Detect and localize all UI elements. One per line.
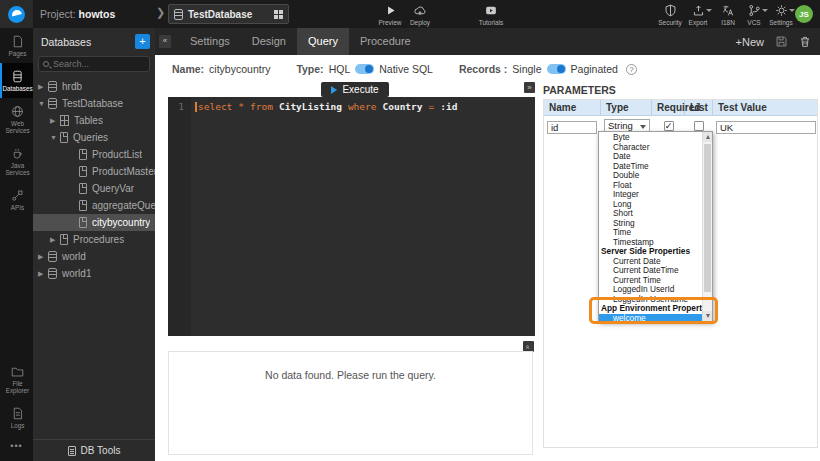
rail-label: Logs xyxy=(11,422,25,429)
dropdown-option[interactable]: App Environment Properties xyxy=(599,304,702,314)
records-option-paginated[interactable]: Paginated xyxy=(571,63,618,75)
scrollbar-thumb[interactable] xyxy=(704,144,711,292)
list-checkbox[interactable] xyxy=(694,121,704,131)
help-icon[interactable]: ? xyxy=(626,64,637,75)
expander-icon[interactable] xyxy=(38,270,48,278)
type-option-hql[interactable]: HQL xyxy=(329,63,351,75)
dropdown-scrollbar[interactable] xyxy=(702,132,712,321)
expander-icon[interactable] xyxy=(38,83,48,91)
dropdown-option[interactable]: welcome xyxy=(599,314,702,324)
sql-editor[interactable]: 1 select * from CityListing where Countr… xyxy=(168,97,535,336)
scroll-down-icon[interactable] xyxy=(703,311,712,321)
rail-item-file-explorer[interactable]: File Explorer xyxy=(0,358,33,400)
dropdown-option[interactable]: Timestamp xyxy=(599,238,702,248)
sql-token: Country xyxy=(382,101,422,112)
database-selector[interactable]: TestDatabase xyxy=(168,4,289,24)
dropdown-option[interactable]: Byte xyxy=(599,133,702,143)
type-dropdown-list: Byte Character Date DateTime Double Floa… xyxy=(598,131,713,322)
topbar: Project:howtos ❯ TestDatabase Preview De… xyxy=(0,0,820,28)
dropdown-option[interactable]: Current Date xyxy=(599,257,702,267)
execute-button[interactable]: Execute xyxy=(321,82,389,97)
tree-node[interactable]: TestDatabase xyxy=(33,95,155,112)
tree-node[interactable]: Tables xyxy=(33,112,155,129)
dropdown-option[interactable]: Float xyxy=(599,181,702,191)
expander-icon[interactable] xyxy=(38,253,48,261)
dropdown-option[interactable]: String xyxy=(599,219,702,229)
tree-node[interactable]: citybycountry xyxy=(33,214,155,231)
search-input[interactable] xyxy=(53,59,141,69)
type-toggle[interactable] xyxy=(355,64,374,74)
dropdown-option[interactable]: DateTime xyxy=(599,162,702,172)
column-header-type: Type xyxy=(601,100,652,115)
dropdown-option[interactable]: LoggedIn UserId xyxy=(599,285,702,295)
dropdown-option[interactable]: Time xyxy=(599,228,702,238)
settings-button[interactable]: Settings xyxy=(763,4,799,26)
database-icon xyxy=(11,70,24,83)
dropdown-option[interactable]: Long xyxy=(599,200,702,210)
tree-node[interactable]: ProductMasterList xyxy=(33,163,155,180)
node-label: Tables xyxy=(74,115,103,126)
dropdown-option[interactable]: Current DateTime xyxy=(599,266,702,276)
switch-resource-grid-icon[interactable] xyxy=(274,10,283,19)
records-option-single[interactable]: Single xyxy=(512,63,541,75)
rail-item-apis[interactable]: APIs xyxy=(0,182,33,217)
rail-overflow-button[interactable]: ••• xyxy=(0,435,33,457)
tab[interactable]: Procedure xyxy=(349,28,422,55)
tree-node[interactable]: Queries xyxy=(33,129,155,146)
expander-icon[interactable] xyxy=(38,100,48,107)
dropdown-option[interactable]: Current Time xyxy=(599,276,702,286)
db-tools-label: DB Tools xyxy=(81,445,121,456)
db-tools-button[interactable]: DB Tools xyxy=(33,439,155,461)
rail-item-java-services[interactable]: Java Services xyxy=(0,140,33,182)
delete-icon[interactable] xyxy=(799,35,811,48)
dropdown-option[interactable]: LoggedIn Username xyxy=(599,295,702,305)
dropdown-option[interactable]: Double xyxy=(599,171,702,181)
param-type-value: String xyxy=(608,120,633,131)
deploy-button[interactable]: Deploy xyxy=(402,4,438,26)
dropdown-option[interactable]: Short xyxy=(599,209,702,219)
dropdown-option[interactable]: Integer xyxy=(599,190,702,200)
tab[interactable]: Design xyxy=(241,28,297,55)
results-placeholder: No data found. Please run the query. xyxy=(168,351,533,455)
param-name-input[interactable] xyxy=(547,121,597,134)
database-selector-label: TestDatabase xyxy=(188,9,269,20)
tab[interactable]: Settings xyxy=(179,28,241,55)
dropdown-option[interactable]: Character xyxy=(599,143,702,153)
preview-label: Preview xyxy=(378,19,401,26)
add-database-button[interactable]: + xyxy=(135,34,150,49)
expand-parameters-button[interactable]: » xyxy=(524,82,535,93)
rail-label: Databases xyxy=(2,85,32,92)
expander-icon[interactable] xyxy=(50,236,60,244)
tree-node[interactable]: world1 xyxy=(33,265,155,282)
records-toggle[interactable] xyxy=(547,64,566,74)
tree-node[interactable]: ProductList xyxy=(33,146,155,163)
scroll-up-icon[interactable] xyxy=(703,132,712,142)
rail-item-logs[interactable]: Logs xyxy=(0,400,33,435)
expander-icon[interactable] xyxy=(50,134,60,141)
user-avatar[interactable]: JS xyxy=(795,5,813,23)
explorer-search-box[interactable] xyxy=(38,56,150,72)
rail-item-pages[interactable]: Pages xyxy=(0,28,33,63)
rail-label: APIs xyxy=(11,204,24,211)
tutorials-button[interactable]: Tutorials xyxy=(473,4,509,26)
tree-node[interactable]: aggregateQuery xyxy=(33,197,155,214)
new-query-button[interactable]: +New xyxy=(736,36,764,48)
rail-item-databases[interactable]: Databases xyxy=(0,63,33,98)
tree-node[interactable]: world xyxy=(33,248,155,265)
app-logo[interactable] xyxy=(0,0,33,28)
tab[interactable]: Query xyxy=(297,28,349,55)
expander-icon[interactable] xyxy=(50,117,60,125)
tree-node[interactable]: Procedures xyxy=(33,231,155,248)
save-icon[interactable] xyxy=(775,35,788,48)
dropdown-option[interactable]: Server Side Properties xyxy=(599,247,702,257)
parameters-title: PARAMETERS xyxy=(543,84,616,96)
collapse-panel-button[interactable]: « xyxy=(159,35,171,48)
required-checkbox[interactable]: ✓ xyxy=(664,121,674,131)
type-option-native-sql[interactable]: Native SQL xyxy=(379,63,433,75)
dropdown-option[interactable]: Date xyxy=(599,152,702,162)
tree-node[interactable]: QueryVar xyxy=(33,180,155,197)
tree-node[interactable]: hrdb xyxy=(33,78,155,95)
node-icon xyxy=(79,183,87,194)
param-test-value-input[interactable] xyxy=(716,121,816,134)
rail-item-web-services[interactable]: Web Services xyxy=(0,98,33,140)
